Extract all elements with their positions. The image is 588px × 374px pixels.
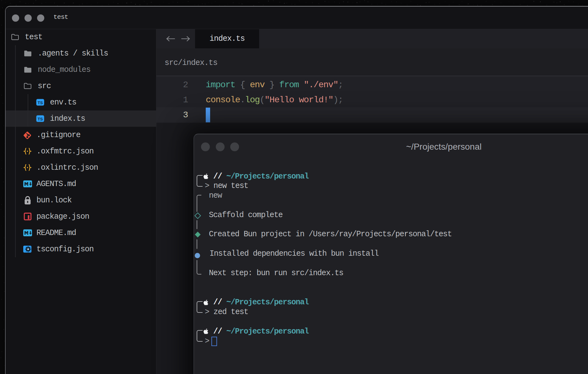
svg-text:TS: TS — [38, 117, 43, 121]
svg-text:TS: TS — [38, 100, 43, 105]
